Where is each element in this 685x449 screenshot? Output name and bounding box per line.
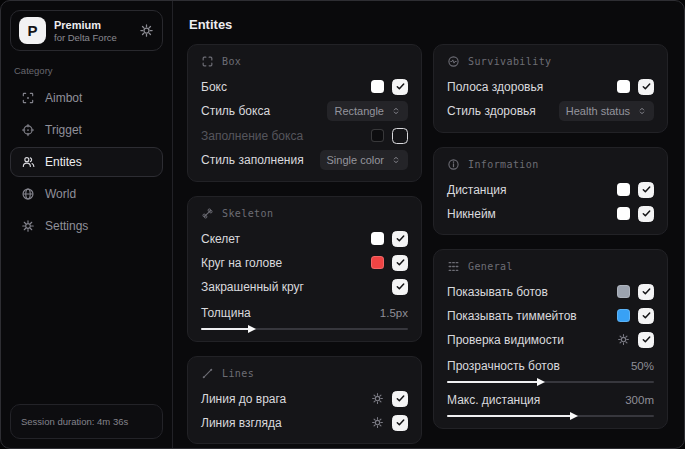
gear-icon[interactable] <box>371 392 384 405</box>
sidebar-item-aimbot[interactable]: Aimbot <box>10 83 163 113</box>
checkmark-icon <box>395 417 406 428</box>
checkmark-icon <box>641 310 652 321</box>
category-label: Category <box>14 65 159 76</box>
checkbox[interactable] <box>392 255 408 271</box>
setting-label: Стиль здоровья <box>447 104 536 118</box>
color-swatch[interactable] <box>617 207 630 220</box>
sidebar-item-settings[interactable]: Settings <box>10 211 163 241</box>
color-swatch[interactable] <box>617 285 630 298</box>
setting-row-boks: Бокс <box>201 77 408 96</box>
slider-value: 300m <box>625 394 654 406</box>
card-skeleton: Skeleton Скелет Круг на голове <box>187 196 422 342</box>
card-title: Box <box>222 56 241 67</box>
checkbox[interactable] <box>392 231 408 247</box>
color-swatch[interactable] <box>371 232 384 245</box>
setting-label: Стиль бокса <box>201 104 270 118</box>
card-title: Lines <box>222 368 254 379</box>
color-swatch[interactable] <box>617 309 630 322</box>
card-box-header: Box <box>201 55 408 68</box>
checkmark-icon <box>641 286 652 297</box>
setting-row-skeleton: Скелет <box>201 229 408 248</box>
setting-row-show-teammates: Показывать тиммейтов <box>447 306 654 325</box>
checkbox[interactable] <box>638 284 654 300</box>
sidebar-item-entites[interactable]: Entites <box>10 147 163 177</box>
sidebar-item-label: Entites <box>45 155 82 169</box>
slider-thumb[interactable] <box>537 378 545 386</box>
sidebar-item-label: Aimbot <box>45 91 82 105</box>
setting-label: Линия взгляда <box>201 416 282 430</box>
checkmark-icon <box>641 81 652 92</box>
gear-icon[interactable] <box>617 333 630 346</box>
main-content: Entites Box Бокс <box>173 1 684 448</box>
checkmark-icon <box>395 81 406 92</box>
checkbox[interactable] <box>392 128 408 144</box>
bone-icon <box>201 207 214 220</box>
color-swatch[interactable] <box>371 80 384 93</box>
color-swatch[interactable] <box>617 80 630 93</box>
setting-label: Толщина <box>201 306 251 320</box>
setting-label: Прозрачность ботов <box>447 359 560 373</box>
setting-row-bot-opacity: Прозрачность ботов 50% <box>447 356 654 383</box>
sidebar-item-label: World <box>45 187 76 201</box>
target-icon <box>21 123 35 137</box>
gear-icon[interactable] <box>371 416 384 429</box>
color-swatch[interactable] <box>371 256 384 269</box>
card-lines: Lines Линия до врага Линия взгляда <box>187 356 422 444</box>
column-right: Survivability Полоса здоровья Стиль здор… <box>433 44 668 444</box>
setting-label: Полоса здоровья <box>447 80 543 94</box>
color-swatch[interactable] <box>371 129 384 142</box>
checkbox[interactable] <box>638 308 654 324</box>
card-title: Survivability <box>468 56 551 67</box>
chevron-updown-icon <box>637 106 647 116</box>
slider-value: 1.5px <box>380 307 408 319</box>
column-left: Box Бокс Стиль бокса <box>187 44 422 444</box>
bot-opacity-slider[interactable] <box>447 381 654 383</box>
pulse-icon <box>447 55 460 68</box>
checkbox[interactable] <box>392 279 408 295</box>
checkbox[interactable] <box>638 332 654 348</box>
sidebar-item-trigget[interactable]: Trigget <box>10 115 163 145</box>
box-icon <box>201 55 214 68</box>
setting-row-health-bar: Полоса здоровья <box>447 77 654 96</box>
setting-label: Линия до врага <box>201 392 286 406</box>
card-columns: Box Бокс Стиль бокса <box>187 44 668 444</box>
checkbox[interactable] <box>392 79 408 95</box>
slider-thumb[interactable] <box>570 412 578 420</box>
setting-row-head-circle: Круг на голове <box>201 253 408 272</box>
setting-label: Закрашенный круг <box>201 280 304 294</box>
checkmark-icon <box>395 393 406 404</box>
setting-row-fill-style: Стиль заполнения Single color <box>201 150 408 170</box>
card-skeleton-header: Skeleton <box>201 207 408 220</box>
checkbox[interactable] <box>638 182 654 198</box>
slider-thumb[interactable] <box>248 325 256 333</box>
slider-value: 50% <box>631 360 654 372</box>
setting-row-max-distance: Макс. дистанция 300m <box>447 390 654 417</box>
gear-icon[interactable] <box>139 23 154 38</box>
card-general: General Показывать ботов Показывать тимм… <box>433 249 668 429</box>
checkmark-icon <box>641 184 652 195</box>
sidebar-item-world[interactable]: World <box>10 179 163 209</box>
max-distance-slider[interactable] <box>447 415 654 417</box>
card-box: Box Бокс Стиль бокса <box>187 44 422 182</box>
setting-row-thickness: Толщина 1.5px <box>201 303 408 330</box>
card-information: Information Дистанция Никнейм <box>433 147 668 235</box>
color-swatch[interactable] <box>617 183 630 196</box>
crosshair-icon <box>21 91 35 105</box>
setting-label: Показывать тиммейтов <box>447 309 577 323</box>
box-style-select[interactable]: Rectangle <box>327 101 408 121</box>
checkbox[interactable] <box>392 415 408 431</box>
checkbox[interactable] <box>638 79 654 95</box>
checkmark-icon <box>641 208 652 219</box>
checkbox[interactable] <box>638 206 654 222</box>
setting-row-visibility-check: Проверка видимости <box>447 330 654 349</box>
fill-style-select[interactable]: Single color <box>320 150 408 170</box>
card-survivability: Survivability Полоса здоровья Стиль здор… <box>433 44 668 133</box>
globe-icon <box>21 187 35 201</box>
thickness-slider[interactable] <box>201 328 408 330</box>
health-style-select[interactable]: Health status <box>559 101 654 121</box>
setting-row-box-style: Стиль бокса Rectangle <box>201 101 408 121</box>
setting-row-health-style: Стиль здоровья Health status <box>447 101 654 121</box>
checkbox[interactable] <box>392 391 408 407</box>
setting-label: Никнейм <box>447 207 496 221</box>
card-lines-header: Lines <box>201 367 408 380</box>
